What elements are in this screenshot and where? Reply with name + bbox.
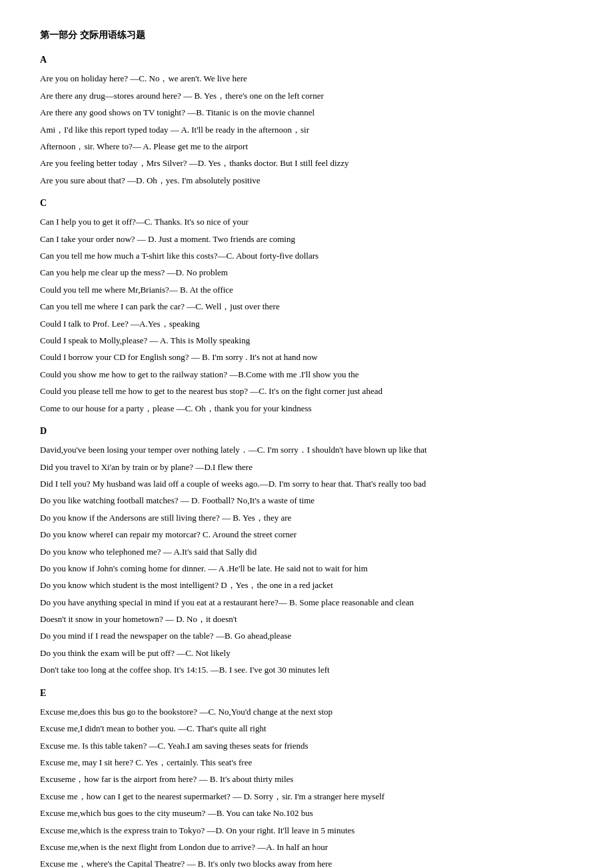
- line-item: Come to our house for a party，please —C.…: [40, 401, 573, 416]
- line-item: Are there any drug—stores around here? —…: [40, 88, 573, 103]
- line-item: Do you know whereI can repair my motorca…: [40, 527, 573, 542]
- line-item: Excuse me，where's the Capital Theatre? —…: [40, 856, 573, 868]
- line-item: Do you have anything special in mind if …: [40, 595, 573, 610]
- line-item: Do you mind if I read the newspaper on t…: [40, 628, 573, 643]
- line-item: Excuse me，how can I get to the nearest s…: [40, 789, 573, 804]
- page-title: 第一部分 交际用语练习题: [40, 27, 573, 43]
- line-item: Are you feeling better today，Mrs Silver?…: [40, 155, 573, 171]
- line-item: Do you know which student is the most in…: [40, 577, 573, 593]
- line-item: Excuse me,does this bus go to the bookst…: [40, 704, 573, 719]
- line-item: Excuse me,which is the express train to …: [40, 823, 573, 838]
- line-item: Did I tell you? My husband was laid off …: [40, 476, 573, 491]
- line-item: Can I take your order now? — D. Just a m…: [40, 231, 573, 247]
- line-item: Do you think the exam will be put off? —…: [40, 645, 573, 661]
- line-item: Can you help me clear up the mess? —D. N…: [40, 265, 573, 280]
- line-item: Could you tell me where Mr,Brianis?— B. …: [40, 282, 573, 297]
- line-item: David,you've been losing your temper ove…: [40, 442, 573, 457]
- line-item: Are there any good shows on TV tonight? …: [40, 105, 573, 120]
- line-item: Are you on holiday here? —C. No，we aren'…: [40, 71, 573, 86]
- content-area: AAre you on holiday here? —C. No，we aren…: [40, 51, 573, 868]
- line-item: Did you travel to Xi'an by train or by p…: [40, 459, 573, 475]
- line-item: Could you show me how to get to the rail…: [40, 367, 573, 382]
- line-item: Excuse me, may I sit here? C. Yes，certai…: [40, 755, 573, 770]
- line-item: Can I help you to get it off?—C. Thanks.…: [40, 214, 573, 229]
- line-item: Could I talk to Prof. Lee? —A.Yes，speaki…: [40, 316, 573, 331]
- line-item: Can you tell me how much a T-shirt like …: [40, 248, 573, 263]
- line-item: Are you sure about that? —D. Oh，yes. I'm…: [40, 173, 573, 188]
- line-item: Can you tell me where I can park the car…: [40, 299, 573, 314]
- line-item: Could you please tell me how to get to t…: [40, 383, 573, 399]
- section-header-e: E: [40, 685, 573, 701]
- line-item: Do you know if John's coming home for di…: [40, 561, 573, 576]
- line-item: Ami，I'd like this report typed today — A…: [40, 122, 573, 137]
- line-item: Doesn't it snow in your hometown? — D. N…: [40, 611, 573, 627]
- line-item: Afternoon，sir. Where to?— A. Please get …: [40, 139, 573, 154]
- line-item: Excuse me,when is the next flight from L…: [40, 839, 573, 855]
- line-item: Could I speak to Molly,please? — A. This…: [40, 333, 573, 348]
- section-header-a: A: [40, 51, 573, 68]
- line-item: Do you know who telephoned me? — A.It's …: [40, 544, 573, 559]
- section-header-c: C: [40, 195, 573, 211]
- line-item: Excuse me. Is this table taken? —C. Yeah…: [40, 738, 573, 753]
- line-item: Excuseme，how far is the airport from her…: [40, 771, 573, 787]
- line-item: Do you know if the Andersons are still l…: [40, 510, 573, 525]
- line-item: Do you like watching football matches? —…: [40, 493, 573, 508]
- section-header-d: D: [40, 423, 573, 439]
- line-item: Excuse me,I didn't mean to bother you. —…: [40, 721, 573, 736]
- line-item: Excuse me,which bus goes to the city mus…: [40, 805, 573, 821]
- line-item: Could I borrow your CD for English song?…: [40, 349, 573, 365]
- line-item: Don't take too long at the coffee shop. …: [40, 662, 573, 677]
